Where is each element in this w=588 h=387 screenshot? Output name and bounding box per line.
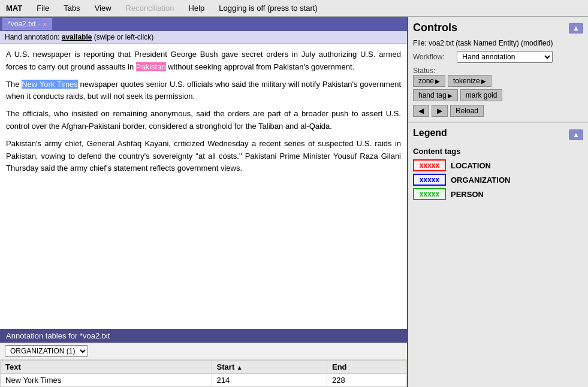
nyt-highlight: New York Times <box>22 80 78 89</box>
annotation-status: available <box>62 33 92 41</box>
legend-item-location: xxxxx LOCATION <box>413 159 583 171</box>
menu-tabs[interactable]: Tabs <box>61 2 82 14</box>
nav-prev-button[interactable]: ◀ <box>413 105 429 117</box>
hand-tag-label: hand tag <box>418 91 447 99</box>
controls-collapse-button[interactable]: ▲ <box>569 23 583 34</box>
zone-button[interactable]: zone ▶ <box>413 75 445 87</box>
menu-reconciliation: Reconciliation <box>123 2 177 14</box>
pakistan-highlight: Pakistan <box>136 62 166 71</box>
file-info: File: voa2.txt (task Named Entity) (modi… <box>413 39 583 47</box>
content-tags-label: Content tags <box>413 147 583 156</box>
menu-view[interactable]: View <box>92 2 114 14</box>
legend-item-organization: xxxxx ORGANIZATION <box>413 174 583 186</box>
status-buttons-row-2: hand tag ▶ mark gold <box>413 89 583 101</box>
paragraph-1: A U.S. newspaper is reporting that Presi… <box>6 49 401 74</box>
zone-play-icon: ▶ <box>435 78 440 84</box>
col-text[interactable]: Text <box>1 361 212 374</box>
row-text: New York Times <box>1 374 212 387</box>
col-end[interactable]: End <box>327 361 407 374</box>
organization-badge: xxxxx <box>413 174 446 186</box>
entity-type-dropdown[interactable]: ORGANIZATION (1) LOCATION PERSON <box>5 345 88 357</box>
tokenize-label: tokenize <box>453 77 480 85</box>
legend-item-person: xxxxx PERSON <box>413 188 583 200</box>
main-container: *voa2.txt - x Hand annotation: available… <box>0 17 588 387</box>
annotation-tables-header: Annotation tables for *voa2.txt <box>0 329 407 343</box>
file-label: File: <box>413 39 427 47</box>
legend-title: Legend <box>413 128 447 138</box>
annotation-controls: ORGANIZATION (1) LOCATION PERSON <box>0 343 407 360</box>
text-area[interactable]: A U.S. newspaper is reporting that Presi… <box>0 44 407 329</box>
tab-bar: *voa2.txt - x <box>0 17 407 31</box>
row-end: 228 <box>327 374 407 387</box>
row-start: 214 <box>212 374 327 387</box>
annotation-tables-title: Annotation tables for *voa2.txt <box>6 331 110 340</box>
annotation-prefix: Hand annotation: <box>5 33 59 41</box>
legend-collapse-button[interactable]: ▲ <box>569 129 583 140</box>
file-name: voa2.txt (task Named Entity) (modified) <box>429 39 553 47</box>
menu-logging[interactable]: Logging is off (press to start) <box>216 2 320 14</box>
col-start[interactable]: Start ▲ <box>212 361 327 374</box>
legend-section: Legend ▲ Content tags xxxxx LOCATION xxx… <box>408 123 588 207</box>
tab-close-button[interactable]: x <box>43 20 46 28</box>
menu-help[interactable]: Help <box>186 2 207 14</box>
paragraph-2: The New York Times newspaper quotes seni… <box>6 78 401 104</box>
zone-label: zone <box>418 77 434 85</box>
person-label: PERSON <box>451 190 484 199</box>
status-buttons-row: zone ▶ tokenize ▶ <box>413 75 583 87</box>
status-row: Status: zone ▶ tokenize ▶ hand tag ▶ <box>413 66 583 101</box>
active-tab[interactable]: *voa2.txt - x <box>2 18 52 30</box>
tab-label: *voa2.txt <box>8 20 36 28</box>
right-panel: Controls ▲ File: voa2.txt (task Named En… <box>408 17 588 387</box>
controls-title: Controls <box>413 22 457 34</box>
workflow-label: Workflow: <box>413 53 455 61</box>
tokenize-play-icon: ▶ <box>481 78 486 84</box>
paragraph-3: The officials, who insisted on remaining… <box>6 108 401 133</box>
menu-bar: MAT File Tabs View Reconciliation Help L… <box>0 0 588 17</box>
annotation-bar: Hand annotation: available (swipe or lef… <box>0 31 407 44</box>
hand-tag-play-icon: ▶ <box>448 92 453 99</box>
location-badge: xxxxx <box>413 159 446 171</box>
tab-minimize-button[interactable]: - <box>38 20 41 28</box>
reload-button[interactable]: Reload <box>450 105 484 117</box>
menu-file[interactable]: File <box>34 2 52 14</box>
controls-section: Controls ▲ File: voa2.txt (task Named En… <box>408 17 588 123</box>
annotation-hint: (swipe or left-click) <box>94 33 153 41</box>
nav-buttons: ◀ ▶ Reload <box>413 105 583 117</box>
status-label: Status: <box>413 66 455 75</box>
annotation-table: Text Start ▲ End New York Times 214 228 <box>0 360 407 387</box>
paragraph-4: Pakistan's army chief, General Ashfaq Ka… <box>6 138 401 175</box>
workflow-select[interactable]: Hand annotation Auto <box>457 51 553 63</box>
mark-gold-label: mark gold <box>466 91 497 99</box>
legend-header: Legend ▲ <box>413 128 583 142</box>
hand-tag-button[interactable]: hand tag ▶ <box>413 89 458 101</box>
workflow-row: Workflow: Hand annotation Auto <box>413 51 583 63</box>
controls-header: Controls ▲ <box>413 22 583 34</box>
tokenize-button[interactable]: tokenize ▶ <box>448 75 491 87</box>
table-row: New York Times 214 228 <box>1 374 407 387</box>
location-label: LOCATION <box>451 161 491 170</box>
left-panel: *voa2.txt - x Hand annotation: available… <box>0 17 408 387</box>
annotation-table-container: Text Start ▲ End New York Times 214 228 <box>0 360 407 387</box>
nav-next-button[interactable]: ▶ <box>432 105 448 117</box>
menu-mat[interactable]: MAT <box>4 2 25 14</box>
organization-label: ORGANIZATION <box>451 176 510 185</box>
mark-gold-button[interactable]: mark gold <box>460 89 503 101</box>
person-badge: xxxxx <box>413 188 446 200</box>
